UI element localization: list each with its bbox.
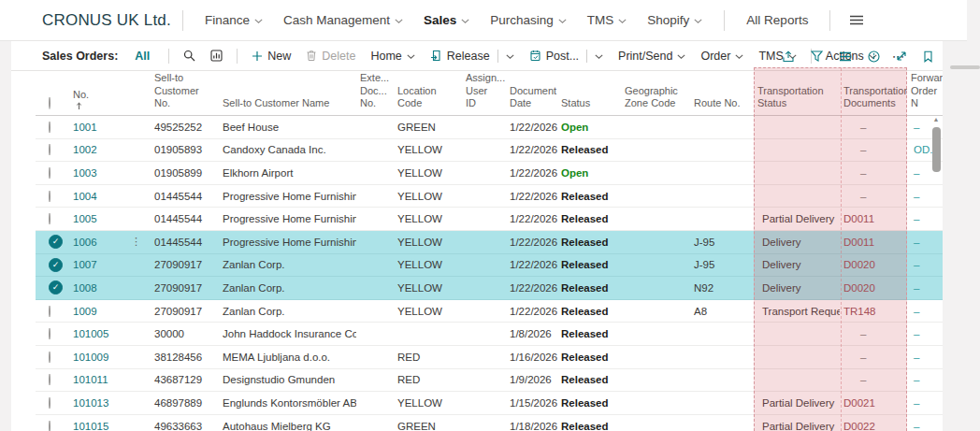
cell-status[interactable]: Released	[557, 421, 621, 431]
cell-sell-to-customer-name[interactable]: Zanlan Corp.	[219, 282, 356, 294]
nav-item-all-reports[interactable]: All Reports	[746, 13, 808, 27]
cell-document-date[interactable]: 1/22/2026	[506, 191, 557, 202]
table-row[interactable]: ✓100827090917Zanlan Corp.YELLOW1/22/2026…	[36, 277, 943, 300]
cell-document-date[interactable]: 1/8/2026	[506, 328, 557, 339]
cell-transportation-documents[interactable]: –	[840, 167, 907, 179]
cell-select[interactable]: ✓	[36, 235, 69, 249]
cell-select[interactable]: ✓	[36, 258, 69, 272]
cell-sell-to-customer-no[interactable]: 49525252	[151, 122, 219, 133]
cell-no[interactable]: 1003	[69, 167, 151, 179]
cell-document-date[interactable]: 1/22/2026	[506, 237, 557, 248]
cell-select[interactable]	[36, 191, 69, 202]
cell-route-no[interactable]: N92	[690, 282, 754, 294]
cell-transportation-documents[interactable]: –	[840, 328, 907, 339]
order-no-link[interactable]: 1009	[73, 306, 97, 317]
row-select-circle[interactable]	[49, 421, 50, 431]
cell-route-no[interactable]: A8	[690, 306, 754, 317]
cell-sell-to-customer-name[interactable]: Progressive Home Furnishings	[219, 237, 356, 248]
cell-document-date[interactable]: 1/18/2026	[506, 421, 557, 431]
cell-no[interactable]: 101011	[69, 374, 151, 385]
cell-no[interactable]: 101013	[69, 397, 151, 409]
cell-location-code[interactable]: YELLOW	[394, 306, 462, 317]
analyze-icon[interactable]	[210, 50, 223, 62]
cell-no[interactable]: 1006⋮	[69, 236, 151, 248]
row-select-circle[interactable]	[49, 122, 50, 133]
cell-status[interactable]: Released	[557, 191, 621, 202]
cell-no[interactable]: 1008	[69, 282, 151, 294]
cell-status[interactable]: Released	[557, 374, 621, 385]
column-header-status[interactable]: Status	[557, 97, 621, 110]
cell-document-date[interactable]: 1/15/2026	[506, 397, 557, 409]
cell-sell-to-customer-no[interactable]: 01905893	[151, 144, 219, 155]
table-row[interactable]: ✓100727090917Zanlan Corp.YELLOW1/22/2026…	[36, 254, 943, 278]
order-no-link[interactable]: 1006	[73, 237, 97, 248]
cell-transportation-documents[interactable]: –	[840, 144, 907, 155]
row-selected-check-icon[interactable]: ✓	[49, 235, 63, 249]
chevron-down-icon[interactable]	[595, 54, 603, 59]
cell-document-date[interactable]: 1/22/2026	[506, 167, 557, 179]
cell-sell-to-customer-name[interactable]: Progressive Home Furnishings	[219, 213, 356, 224]
cell-sell-to-customer-no[interactable]: 01905899	[151, 167, 219, 179]
cell-status[interactable]: Released	[557, 306, 621, 317]
cell-no[interactable]: 1007	[69, 259, 151, 270]
nav-item-finance[interactable]: Finance	[205, 13, 263, 27]
cell-document-date[interactable]: 1/22/2026	[506, 144, 557, 155]
column-header-tstatus[interactable]: Transportation Status	[754, 85, 840, 111]
cell-select[interactable]	[36, 397, 69, 409]
cell-sell-to-customer-no[interactable]: 01445544	[151, 237, 219, 248]
cell-no[interactable]: 101015	[69, 421, 151, 431]
cell-transportation-status[interactable]: Delivery	[754, 282, 840, 294]
scrollbar-thumb[interactable]	[932, 127, 941, 172]
cell-sell-to-customer-no[interactable]: 38128456	[151, 352, 219, 363]
row-select-circle[interactable]	[49, 306, 50, 317]
cell-no[interactable]: 1004	[69, 191, 151, 202]
table-row[interactable]: ✓1006⋮01445544Progressive Home Furnishin…	[36, 231, 943, 254]
info-icon[interactable]	[868, 50, 880, 63]
cell-location-code[interactable]: RED	[394, 374, 462, 385]
row-selected-check-icon[interactable]: ✓	[49, 258, 63, 272]
cell-status[interactable]: Open	[557, 167, 621, 179]
cell-status[interactable]: Released	[557, 213, 621, 224]
row-select-circle[interactable]	[49, 213, 50, 224]
chevron-down-icon[interactable]	[506, 54, 514, 59]
cell-sell-to-customer-name[interactable]: John Haddock Insurance Co.	[219, 328, 356, 339]
company-name[interactable]: CRONUS UK Ltd.	[42, 11, 171, 30]
cell-select[interactable]	[36, 213, 69, 224]
cell-status[interactable]: Released	[557, 328, 621, 339]
cell-sell-to-customer-name[interactable]: Autohaus Mielberg KG	[219, 421, 356, 431]
cell-sell-to-customer-name[interactable]: Candoxy Canada Inc.	[219, 144, 356, 155]
row-select-circle[interactable]	[49, 397, 50, 409]
nav-item-cash-management[interactable]: Cash Management	[283, 13, 403, 27]
column-header-tdocs[interactable]: Transportation Documents	[840, 85, 907, 111]
cell-status[interactable]: Open	[557, 122, 621, 133]
column-header-loc[interactable]: Location Code	[394, 85, 462, 111]
release-button[interactable]: Release	[430, 50, 514, 63]
cell-location-code[interactable]: YELLOW	[394, 237, 462, 248]
nav-item-sales[interactable]: Sales	[424, 13, 469, 27]
order-no-link[interactable]: 101005	[73, 328, 108, 339]
column-header-fwd[interactable]: Forward Order N	[907, 72, 943, 110]
cell-sell-to-customer-name[interactable]: Zanlan Corp.	[219, 306, 356, 317]
bookmark-icon[interactable]	[923, 50, 933, 63]
horizontal-scrollbar-fragment[interactable]	[950, 65, 980, 69]
cell-sell-to-customer-name[interactable]: Englunds Kontorsmöbler AB	[219, 397, 356, 409]
cell-forward-order-no[interactable]: –	[907, 374, 943, 385]
column-header-name[interactable]: Sell-to Customer Name	[219, 97, 356, 110]
cell-forward-order-no[interactable]: –	[907, 328, 943, 339]
cell-no[interactable]: 1001	[69, 122, 151, 133]
cell-transportation-documents[interactable]: TR148	[840, 306, 907, 317]
table-row[interactable]: 10101346897889Englunds Kontorsmöbler ABY…	[36, 392, 943, 415]
cell-sell-to-customer-no[interactable]: 49633663	[151, 421, 219, 431]
table-row[interactable]: 10101549633663Autohaus Mielberg KGGREEN1…	[36, 415, 943, 431]
order-no-link[interactable]: 1007	[73, 259, 97, 270]
cell-transportation-documents[interactable]: D0011	[840, 237, 907, 248]
cell-location-code[interactable]: GREEN	[394, 421, 462, 431]
cell-document-date[interactable]: 1/22/2026	[506, 213, 557, 224]
cell-location-code[interactable]: YELLOW	[394, 144, 462, 155]
cell-transportation-documents[interactable]: D0020	[840, 282, 907, 294]
cell-transportation-documents[interactable]: D0011	[840, 213, 907, 224]
vertical-scrollbar[interactable]: ▲	[930, 116, 942, 172]
column-header-custno[interactable]: Sell-to Customer No.	[151, 72, 219, 110]
order-no-link[interactable]: 1002	[73, 144, 97, 155]
cell-forward-order-no[interactable]: –	[907, 306, 943, 317]
